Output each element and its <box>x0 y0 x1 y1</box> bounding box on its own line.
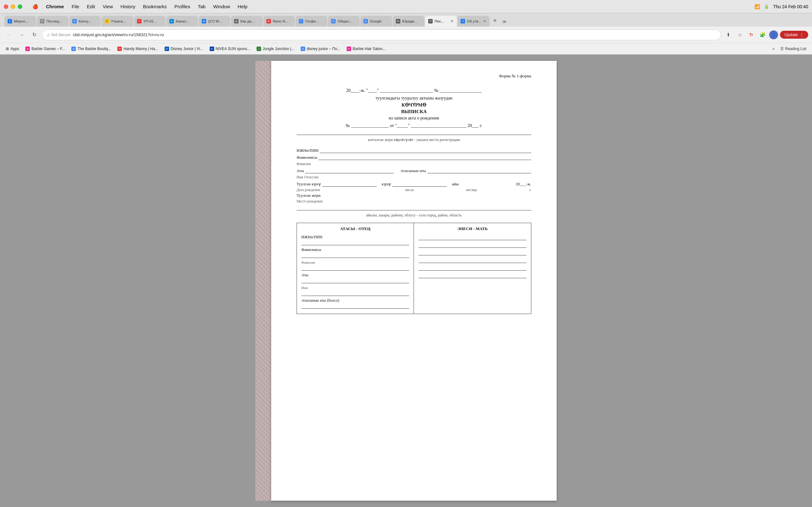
close-button[interactable] <box>4 4 8 9</box>
fullscreen-button[interactable] <box>18 4 22 9</box>
tab-close-t14[interactable]: ✕ <box>450 19 454 23</box>
doc-title1: туулгандыгы тууралуу актыны жазуудан <box>297 96 531 101</box>
bookmark-disney-junior-ru[interactable]: d disney junior – По... <box>298 46 343 52</box>
forward-button[interactable]: → <box>16 30 27 40</box>
tab-t9[interactable]: R Rano N... <box>263 16 295 26</box>
menubar-edit[interactable]: Edit <box>83 3 99 10</box>
bookmarks-more-button[interactable]: » <box>770 45 776 52</box>
familias-label: Фамилиясы <box>297 155 317 160</box>
tab-t4[interactable]: У Утрата... <box>101 16 133 26</box>
reading-list-label: Reading List <box>785 47 806 51</box>
bookmark-label: NIVEA SUN spons... <box>216 47 250 51</box>
tab-t7[interactable]: W (27) W... <box>199 16 230 26</box>
menubar-tab[interactable]: Tab <box>194 3 209 10</box>
kunu-underline2 <box>392 181 447 187</box>
parents-section: АТАСЫ - ОТЕЦ ИЖНи/ПИН Фамилиясы Фамилия <box>297 223 531 314</box>
doc-header: 20____-ж. "____" _______________________… <box>297 88 531 128</box>
bookmark-barbie-games[interactable]: B Barbie Games – F... <box>23 46 67 52</box>
address-bar[interactable]: ⚠ Not Secure cbd.minjust.gov.kg/act/view… <box>42 30 721 40</box>
bookmark-barbie-boutique[interactable]: B The Barbie Boutiq... <box>69 46 113 52</box>
tab-t6[interactable]: К Канал... <box>166 16 198 26</box>
tab-t12[interactable]: G Google <box>360 16 392 26</box>
izhn-field-row: ИЖНи/ПИН <box>297 147 531 153</box>
tab-more-button[interactable]: ≫ <box>500 18 509 25</box>
menubar-help[interactable]: Help <box>234 3 251 10</box>
father-atas-underline <box>301 303 409 308</box>
minimize-button[interactable] <box>11 4 15 9</box>
father-familia-field: Фамилия <box>301 260 409 271</box>
mother-familia-underline <box>418 250 526 256</box>
new-tab-button[interactable]: + <box>490 16 500 25</box>
father-imya-underline <box>301 290 409 296</box>
tab-label-t7: (27) W... <box>208 19 222 23</box>
father-aty-underline <box>301 278 409 283</box>
tab-label-t12: Google <box>370 19 382 23</box>
doc-title4: из записи акта о рождении <box>297 116 531 121</box>
tab-t10[interactable]: Г Госфи... <box>296 16 327 26</box>
profile-avatar[interactable]: 👤 <box>769 31 778 39</box>
bookmark-disney-junior[interactable]: D Disney Junior | Vi... <box>162 46 206 52</box>
tab-label-t11: Общес... <box>338 19 352 23</box>
tuulgan-zheri-label-row: Туулган жери <box>297 193 531 198</box>
tab-t2[interactable]: П Послед... <box>37 16 68 26</box>
toolbar-actions: ⬆ ☆ Tr 🧩 👤 Update ⋮ <box>723 30 808 40</box>
mother-atas-underline <box>418 273 526 278</box>
bookmark-barbie-hair[interactable]: B Barbie Hair Salon... <box>344 46 388 52</box>
tab-t3[interactable]: К Консу... <box>69 16 101 26</box>
bookmark-button[interactable]: ☆ <box>735 30 745 40</box>
father-familias-field: Фамилиясы <box>301 247 409 258</box>
extensions-button[interactable]: 🧩 <box>758 30 767 40</box>
menubar-history[interactable]: History <box>117 3 139 10</box>
tab-close-t15[interactable]: ✕ <box>483 19 486 23</box>
imya-otchestvo-sublabel: Имя Отчество <box>297 175 318 179</box>
data-rozhd-label: Дата рождения <box>297 188 320 192</box>
tab-t13[interactable]: Ю Юриди... <box>393 16 424 26</box>
update-button[interactable]: Update ⋮ <box>780 31 808 39</box>
doc-divider-1 <box>297 135 531 135</box>
reading-list-button[interactable]: ☰ Reading List <box>778 46 809 52</box>
tab-label-t5: УП-61... <box>143 19 157 23</box>
toolbar: ← → ↻ ⚠ Not Secure cbd.minjust.gov.kg/ac… <box>0 26 812 43</box>
location-caption: айылы, шаары, районy, облусу - село.горо… <box>297 213 531 218</box>
tab-t11[interactable]: О Общес... <box>328 16 360 26</box>
menubar-window[interactable]: Window <box>209 3 234 10</box>
bookmark-label: Barbie Hair Salon... <box>353 47 386 51</box>
father-header: АТАСЫ - ОТЕЦ <box>301 226 409 231</box>
battery-icon: 🔋 <box>764 4 769 9</box>
tuulgan-zheri-label: Туулган жери <box>297 193 321 198</box>
doc-forma: Форма № 1-форма <box>297 73 531 78</box>
menubar-chrome[interactable]: Chrome <box>42 3 68 10</box>
wifi-icon: 📶 <box>755 4 760 9</box>
mother-aty-underline <box>418 257 526 263</box>
bookmark-nivea[interactable]: N NIVEA SUN spons... <box>207 46 253 52</box>
mother-aty-field <box>418 257 526 263</box>
menubar-profiles[interactable]: Profiles <box>171 3 194 10</box>
apple-menu[interactable]: 🍎 <box>29 3 42 11</box>
traffic-lights <box>4 4 22 9</box>
tab-label-t1: Мерон... <box>14 19 28 23</box>
share-button[interactable]: ⬆ <box>723 30 733 40</box>
tab-t8[interactable]: B Как да... <box>231 16 263 26</box>
tab-t15[interactable]: О Об утв... ✕ <box>457 16 490 26</box>
menubar-file[interactable]: File <box>68 3 83 10</box>
tab-label-t15: Об утв... <box>467 19 481 23</box>
tab-t1[interactable]: f Мерон... <box>4 16 36 26</box>
aiy-label: айы <box>452 181 459 187</box>
familias-field-row: Фамилиясы <box>297 154 531 160</box>
mesto-rozhd-row: Место рождения <box>297 199 531 204</box>
menubar-view[interactable]: View <box>99 3 117 10</box>
father-familia-underline <box>301 265 409 271</box>
menubar-bookmarks[interactable]: Bookmarks <box>139 3 171 10</box>
apps-bookmark[interactable]: ⊞ Apps <box>3 46 21 52</box>
bookmark-handy-manny[interactable]: H Handy Manny | Ha... <box>115 46 160 52</box>
tab-t14[interactable]: П Пос... ✕ <box>425 16 457 26</box>
bookmark-label: disney junior – По... <box>307 47 340 51</box>
tab-t5[interactable]: У УП-61... <box>134 16 165 26</box>
tab-label-t8: Как да... <box>241 19 254 23</box>
back-button[interactable]: ← <box>4 30 14 40</box>
mother-atas-field <box>418 273 526 278</box>
father-familias-underline <box>301 252 409 258</box>
data-rozhd-row: Дата рождения числа месяца г. <box>297 188 531 192</box>
reload-button[interactable]: ↻ <box>29 30 39 40</box>
bookmark-jungle-junction[interactable]: J Jungle Junction |... <box>254 46 297 52</box>
